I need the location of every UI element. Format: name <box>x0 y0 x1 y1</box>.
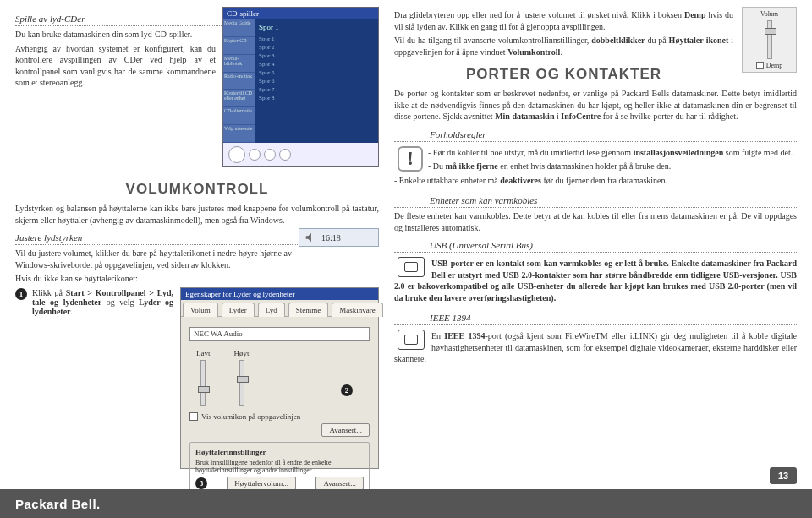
mp-track: Spor 3 <box>259 52 375 60</box>
mp-track: Spor 8 <box>259 94 375 102</box>
pw-speaker-vol-button[interactable]: Høyttalervolum... <box>227 477 296 490</box>
step-text: Klikk på Start > Kontrollpanel > Lyd, ta… <box>32 288 173 316</box>
callout-1: 1 <box>15 288 27 300</box>
volumkontroll-heading: VOLUMKONTROLL <box>15 181 379 198</box>
pw-titlebar: Egenskaper for Lyder og lydenheter <box>181 288 378 300</box>
mp-track: Spor 1 <box>259 35 375 43</box>
para: USB-porter er en kontakt som kan varmkob… <box>394 258 797 303</box>
pw-tab-lyder[interactable]: Lyder <box>222 303 255 317</box>
ieee-subhead: IEEE 1394 <box>394 311 797 325</box>
para: En IEEE 1394-port (også kjent som FireWi… <box>394 330 797 365</box>
para: De porter og kontakter som er beskrevet … <box>394 88 797 123</box>
brand-logo: Packard Bell. <box>15 497 101 511</box>
speaker-icon[interactable] <box>304 232 316 243</box>
pw-group-title: Høyttalerinnstillinger <box>195 448 364 456</box>
para: Dra glidebryteren opp eller ned for å ju… <box>394 9 797 32</box>
mp-side-item: Media Guide <box>223 19 255 37</box>
mp-track: Spor 6 <box>259 77 375 85</box>
pw-device-dropdown[interactable]: NEC WA Audio <box>189 327 370 341</box>
stop-icon[interactable] <box>249 149 261 161</box>
rule-item: - Enkelte uttakbare enheter må deaktiver… <box>394 175 797 187</box>
rule-item: - Før du kobler til noe utstyr, må du im… <box>394 147 797 159</box>
prev-icon[interactable] <box>264 149 276 161</box>
ports-heading: PORTER OG KONTAKTER <box>394 66 797 83</box>
mp-track: Spor 2 <box>259 43 375 52</box>
left-column: CD-spiller Media Guide Kopier CD Media-b… <box>15 7 379 474</box>
callout-3: 3 <box>195 477 207 489</box>
checkbox-icon <box>189 412 198 421</box>
pw-chk-label: Vis volumikon på oppgavelinjen <box>201 412 300 421</box>
right-column: Volum Demp Dra glidebryteren opp eller n… <box>394 7 797 474</box>
media-player-window: CD-spiller Media Guide Kopier CD Media-b… <box>222 7 379 167</box>
warning-icon: ! <box>398 146 423 172</box>
mp-now-playing: Spor 1 <box>259 23 375 31</box>
usb-port-icon <box>398 257 425 277</box>
mp-side-item: Media-bibliotek <box>223 55 255 73</box>
callout-2: 2 <box>341 384 353 396</box>
volume-popup: Volum Demp <box>742 7 797 73</box>
para: Hvis du ikke kan se høyttalerikonet: <box>15 273 379 285</box>
next-icon[interactable] <box>279 149 291 161</box>
mp-track: Spor 5 <box>259 68 375 77</box>
pw-advanced-button[interactable]: Avansert... <box>321 423 370 437</box>
play-icon[interactable] <box>228 146 245 163</box>
mp-track: Spor 4 <box>259 60 375 68</box>
pw-tab-stemme[interactable]: Stemme <box>288 303 329 317</box>
usb-subhead: USB (Universal Serial Bus) <box>394 238 797 253</box>
rules-subhead: Forholdsregler <box>394 128 797 142</box>
mp-track: Spor 7 <box>259 85 375 94</box>
pw-slider-high: Høyt <box>234 349 250 357</box>
mp-side-item: CD-alternativ <box>223 107 255 125</box>
sound-properties-window: Egenskaper for Lyder og lydenheter Volum… <box>180 287 379 469</box>
pw-show-icon-checkbox[interactable]: Vis volumikon på oppgavelinjen <box>189 412 370 421</box>
volume-slider[interactable] <box>767 20 772 59</box>
pw-balance-slider[interactable] <box>239 360 244 406</box>
volume-label: Volum <box>745 10 793 18</box>
mp-controls <box>223 143 378 166</box>
mute-checkbox[interactable]: Demp <box>745 62 793 69</box>
mp-side-item: Kopier CD <box>223 37 255 55</box>
pw-tab-maskinvare[interactable]: Maskinvare <box>332 303 383 317</box>
checkbox-icon <box>756 62 764 69</box>
page-number: 13 <box>770 467 797 484</box>
taskbar-clock: 16:18 <box>299 228 379 247</box>
para: De fleste enheter kan varmkobles. Dette … <box>394 210 797 233</box>
clock-time: 16:18 <box>321 233 341 243</box>
para: Lydstyrken og balansen på høyttalerne ka… <box>15 203 379 226</box>
para: Vil du ha tilgang til avanserte volumkon… <box>394 35 797 57</box>
warm-subhead: Enheter som kan varmkobles <box>394 194 797 208</box>
para: Vil du justere volumet, klikker du bare … <box>15 248 379 270</box>
mp-titlebar: CD-spiller <box>223 8 378 19</box>
pw-advanced2-button[interactable]: Avansert... <box>315 477 364 490</box>
mute-label: Demp <box>766 62 783 69</box>
pw-group-text: Bruk innstillingene nedenfor til å endre… <box>195 459 364 474</box>
ieee-port-icon <box>398 330 425 350</box>
pw-slider-low: Lavt <box>196 349 211 357</box>
mp-side-item: Kopier til CD eller enhet <box>223 90 255 107</box>
pw-tab-volum[interactable]: Volum <box>183 303 218 317</box>
pw-volume-slider[interactable] <box>200 360 206 406</box>
rule-item: - Du må ikke fjerne en enhet hvis datama… <box>394 161 797 172</box>
pw-tab-lyd[interactable]: Lyd <box>258 303 285 317</box>
footer-bar: Packard Bell. <box>0 489 812 518</box>
mp-side-item: Radio-mottak <box>223 73 255 90</box>
mp-side-item: Velg utseende <box>223 125 255 143</box>
